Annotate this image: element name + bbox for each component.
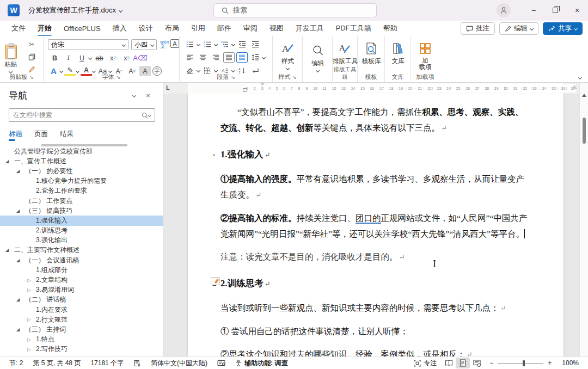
user-avatar[interactable] xyxy=(497,3,511,17)
doc-paragraph[interactable]: ②提高输入的标准。持续关注党口、团口的正规网站或文件，如“人民网”“中国共产党新… xyxy=(220,210,531,242)
ribbon-tab-视图[interactable]: 视图 xyxy=(264,21,290,36)
doc-paragraph[interactable]: “文似看山不喜平”，要提高文字工作能力，需抓住积累、思考、观察、实践、交流、转化… xyxy=(220,104,531,136)
ribbon-tab-引用[interactable]: 引用 xyxy=(185,21,211,36)
numbering-dropdown[interactable] xyxy=(214,42,218,46)
nav-tree-item[interactable]: ◢（一） 的必要性 xyxy=(0,166,163,176)
tree-expanded-icon[interactable]: ◢ xyxy=(5,248,14,253)
styles-button[interactable]: A 样式 xyxy=(275,37,300,73)
nav-tree-item[interactable]: ▷2.写作技巧 xyxy=(0,345,163,354)
accessibility-status[interactable]: 辅助功能: 调查 xyxy=(230,359,292,368)
nav-tree-item[interactable]: 1.组成部分 xyxy=(0,265,163,275)
nav-tab-results[interactable]: 结果 xyxy=(60,130,74,141)
scrollbar-thumb[interactable] xyxy=(583,118,586,144)
ribbon-tab-插入[interactable]: 插入 xyxy=(107,21,133,36)
tree-collapsed-icon[interactable]: ▷ xyxy=(27,317,36,322)
align-center-button[interactable] xyxy=(197,52,209,63)
document-title[interactable]: 分党校宣传部工作手册.docx xyxy=(28,5,122,15)
nav-tree-item[interactable]: ◢（三） 提高技巧 xyxy=(0,206,163,216)
ribbon-tab-开始[interactable]: 开始 xyxy=(32,21,58,36)
font-dialog-launcher[interactable]: ↘ xyxy=(117,75,121,80)
ribbon-tab-帮助[interactable]: 帮助 xyxy=(377,21,403,36)
justify-button[interactable] xyxy=(223,52,235,63)
bullets-button[interactable] xyxy=(184,39,195,50)
print-layout-button[interactable] xyxy=(456,358,470,368)
comments-button[interactable]: 批注 xyxy=(461,22,495,35)
zoom-out-button[interactable]: − xyxy=(489,359,493,367)
web-layout-button[interactable] xyxy=(470,358,484,368)
navigation-options-button[interactable] xyxy=(127,90,141,102)
minimize-button[interactable]: − xyxy=(523,0,544,21)
nav-tree-item[interactable]: 2.训练思考 xyxy=(0,226,163,236)
read-mode-button[interactable] xyxy=(442,358,456,368)
doc-paragraph[interactable]: ①提高输入的强度。平常有意识地积累，多读书学习、多观察生活，从而让量变产生质变。… xyxy=(220,171,531,203)
styles-dialog-launcher[interactable]: ↘ xyxy=(292,75,297,80)
ribbon-tab-PDF工具箱[interactable]: PDF工具箱 xyxy=(330,21,377,36)
tree-expanded-icon[interactable]: ◢ xyxy=(16,297,25,302)
tree-collapsed-icon[interactable]: ▷ xyxy=(27,278,36,283)
document-page[interactable]: “文似看山不喜平”，要提高文字工作能力，需抓住积累、思考、观察、实践、交流、转化… xyxy=(188,94,564,356)
doc-paragraph[interactable]: 当读到或听到一些新观点、新知识或主要内容的时候，需要思考以下几点：↵ xyxy=(220,300,531,316)
nav-tree-item[interactable]: （二） 工作要点 xyxy=(0,196,163,206)
collapse-ribbon-button[interactable] xyxy=(578,76,582,79)
font-name-combo[interactable]: 仿宋 xyxy=(48,39,128,50)
search-options-dropdown[interactable] xyxy=(148,113,151,117)
page-indicator[interactable]: 第 5 页, 共 48 页 xyxy=(28,359,85,368)
align-right-button[interactable] xyxy=(210,52,222,63)
tree-expanded-icon[interactable]: ◢ xyxy=(5,159,14,164)
bullets-dropdown[interactable] xyxy=(197,42,200,46)
scroll-up-arrow[interactable] xyxy=(582,94,586,97)
nav-tree-item[interactable]: 3.强化输出 xyxy=(0,236,163,245)
doc-heading[interactable]: ▪1.强化输入↵ xyxy=(220,146,531,163)
zoom-in-button[interactable]: + xyxy=(548,359,552,367)
nav-tree-item[interactable]: 2.党务工作的要求 xyxy=(0,186,163,196)
paragraph-dialog-launcher[interactable]: ↘ xyxy=(231,75,235,80)
strikethrough-button[interactable]: ab xyxy=(94,53,105,63)
distribute-button[interactable] xyxy=(236,52,248,63)
doc-heading[interactable]: ◢2.训练思考↵ xyxy=(220,275,531,292)
shading-dropdown[interactable] xyxy=(197,69,200,72)
nav-tree-item[interactable]: 1.核心竞争力提升的需要 xyxy=(0,176,163,186)
line-spacing-dropdown[interactable] xyxy=(262,56,266,59)
bold-button[interactable]: B xyxy=(49,53,60,63)
language-indicator[interactable]: 简体中文(中国大陆) xyxy=(146,359,212,368)
nav-tab-headings[interactable]: 标题 xyxy=(9,130,22,141)
editing-button[interactable]: 编辑 xyxy=(305,39,330,75)
font-size-combo[interactable]: 小四 xyxy=(131,39,157,50)
nav-tab-pages[interactable]: 页面 xyxy=(34,130,48,141)
clear-formatting-button[interactable]: A⌫ xyxy=(134,53,146,63)
line-spacing-button[interactable] xyxy=(249,52,261,63)
nav-tree-item[interactable]: ◢（三） 主持词 xyxy=(0,324,163,334)
borders-dropdown[interactable] xyxy=(214,69,218,72)
nav-tree-item[interactable]: ◢二、主要写作文种概述 xyxy=(0,245,163,255)
paste-button[interactable]: 粘贴 xyxy=(4,40,17,76)
multilevel-list-button[interactable] xyxy=(219,39,230,50)
zoom-level[interactable]: 100% xyxy=(557,359,584,367)
asian-layout-dropdown[interactable] xyxy=(231,69,235,72)
left-indent-marker[interactable] xyxy=(243,88,247,92)
navigation-close-button[interactable]: × xyxy=(141,90,155,102)
text-effects-dropdown[interactable] xyxy=(59,69,63,73)
vertical-scrollbar[interactable] xyxy=(579,83,588,356)
ribbon-tab-布局[interactable]: 布局 xyxy=(159,21,185,36)
restore-button[interactable] xyxy=(544,0,566,21)
horizontal-ruler[interactable]: 1234567891011121314151617181920212223242… xyxy=(163,83,579,94)
doc-paragraph[interactable]: ②思考这个知识和过去的哪些知识、经验、案例类似，或是相反；↵ xyxy=(220,346,531,356)
doc-paragraph[interactable]: 注意：读完文章不是目的，消化吸收才是目的。↵ xyxy=(220,249,531,265)
nav-tree-item[interactable]: 1.强化输入 xyxy=(0,216,163,225)
share-button[interactable]: 共享 xyxy=(543,22,583,35)
subscript-button[interactable]: x2 xyxy=(107,53,119,63)
font-color-dropdown[interactable] xyxy=(92,69,96,73)
tree-collapsed-icon[interactable]: ▷ xyxy=(27,347,36,352)
align-left-button[interactable] xyxy=(184,52,195,63)
nav-tree-item[interactable]: ▷2.文章结构 xyxy=(0,275,163,285)
nav-tree-item[interactable]: ▷1.特点 xyxy=(0,335,163,345)
increase-indent-button[interactable] xyxy=(249,39,261,50)
right-indent-marker[interactable] xyxy=(572,85,577,89)
highlight-dropdown[interactable] xyxy=(76,69,79,73)
tree-expanded-icon[interactable]: ◢ xyxy=(16,169,25,174)
multilevel-dropdown[interactable] xyxy=(231,42,235,46)
ribbon-tab-开发工具[interactable]: 开发工具 xyxy=(290,21,330,36)
nav-tree-item[interactable]: 1.内在要求 xyxy=(0,305,163,315)
tree-collapsed-icon[interactable]: ▷ xyxy=(27,337,36,342)
copy-button[interactable] xyxy=(26,52,38,62)
